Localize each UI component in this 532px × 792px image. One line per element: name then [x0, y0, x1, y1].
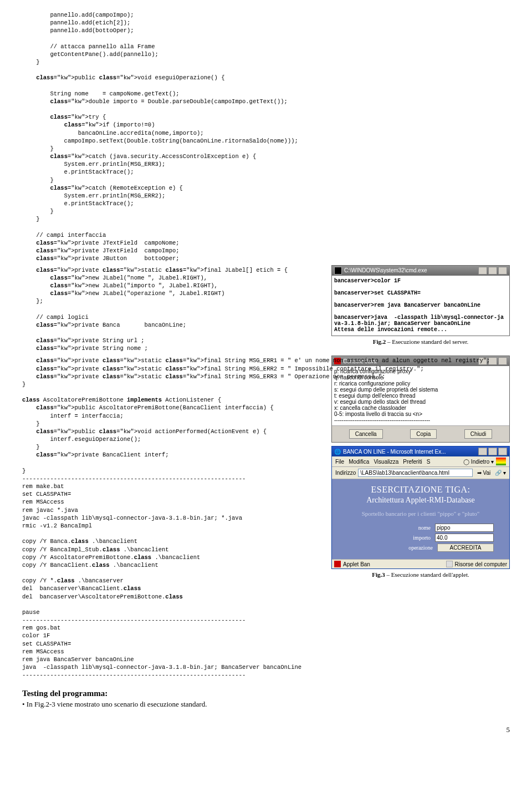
close-icon[interactable]	[498, 357, 507, 365]
cmd-window: C:\WINDOWS\system32\cmd.exe bancaserver>…	[331, 265, 510, 336]
close-button[interactable]: Chiudi	[464, 429, 492, 439]
applet-title: ESERCITAZIONE TIGA:	[336, 485, 505, 495]
testing-heading: Testing del programma:	[22, 689, 510, 698]
code-block-top: pannello.add(campoImpo); pannello.add(et…	[22, 11, 510, 263]
cmd-icon	[334, 267, 342, 275]
fig3-caption: Fig.3 – Esecuzione standard dell'applet.	[331, 571, 510, 578]
computer-icon	[446, 561, 453, 567]
close-icon[interactable]	[498, 448, 507, 455]
status-right: Risorse del computer	[455, 561, 507, 567]
maximize-icon[interactable]	[488, 267, 497, 275]
ie-icon: 🌐	[334, 449, 341, 455]
address-input[interactable]	[358, 469, 472, 477]
applet-description: Sportello bancario per i clienti "pippo"…	[336, 510, 505, 517]
cmd-title-text: C:\WINDOWS\system32\cmd.exe	[344, 267, 427, 273]
cmd-titlebar: C:\WINDOWS\system32\cmd.exe	[332, 266, 509, 276]
ie-statusbar: Applet Ban Risorse del computer	[332, 559, 509, 568]
menu-visualizza[interactable]: Visualizza	[374, 459, 398, 465]
ie-titlebar: 🌐 BANCA ON LINE - Microsoft Internet Ex.…	[332, 446, 509, 456]
fig2-caption: Fig.2 – Esecuzione standard del server.	[331, 338, 510, 345]
menu-modifica[interactable]: Modifica	[349, 459, 369, 465]
accredita-button[interactable]: ACCREDITA	[437, 544, 494, 552]
copy-button[interactable]: Copia	[410, 429, 437, 439]
ie-menubar: File Modifica Visualizza Preferiti S ◯ I…	[332, 456, 509, 467]
cancel-button[interactable]: Cancella	[349, 429, 383, 439]
nome-label: nome	[418, 525, 431, 531]
operazione-label: operazione	[408, 545, 433, 551]
minimize-icon[interactable]	[478, 448, 487, 455]
nome-input[interactable]	[435, 524, 494, 532]
menu-preferiti[interactable]: Preferiti	[403, 459, 422, 465]
menu-file[interactable]: File	[335, 459, 344, 465]
cmd-body: bancaserver>color 1F bancaserver>set CLA…	[332, 276, 509, 336]
maximize-icon[interactable]	[488, 448, 497, 455]
addr-label: Indirizzo	[335, 470, 356, 476]
ie-title-text: BANCA ON LINE - Microsoft Internet Ex...	[343, 449, 446, 455]
applet-area: ESERCITAZIONE TIGA: Architettura Applet-…	[332, 479, 509, 559]
testing-body: • In Fig.2-3 viene mostrato uno scenario…	[22, 700, 510, 709]
status-left: Applet Ban	[343, 561, 370, 567]
java-status-icon	[334, 561, 341, 567]
minimize-icon[interactable]	[478, 267, 487, 275]
windows-flag-icon	[496, 458, 506, 465]
page-number: 5	[22, 725, 510, 734]
menu-s[interactable]: S	[427, 459, 431, 465]
importo-label: importo	[413, 535, 431, 541]
fig2-container: C:\WINDOWS\system32\cmd.exe bancaserver>…	[331, 265, 510, 345]
fig3-container: Console Java p: ricarica configurazione …	[331, 356, 510, 578]
java-console-buttons: Cancella Copia Chiudi	[332, 425, 509, 442]
close-icon[interactable]	[498, 267, 507, 275]
links-icon[interactable]: 🔗 ▾	[495, 470, 506, 476]
importo-input[interactable]	[435, 534, 494, 542]
ie-addressbar: Indirizzo ➡ Vai 🔗 ▾	[332, 467, 509, 479]
applet-subtitle: Architettura Applet-RMI-Database	[336, 496, 505, 505]
ie-window: 🌐 BANCA ON LINE - Microsoft Internet Ex.…	[331, 446, 510, 569]
go-button[interactable]: ➡ Vai	[475, 469, 493, 476]
back-button[interactable]: ◯ Indietro ▾	[463, 459, 494, 465]
